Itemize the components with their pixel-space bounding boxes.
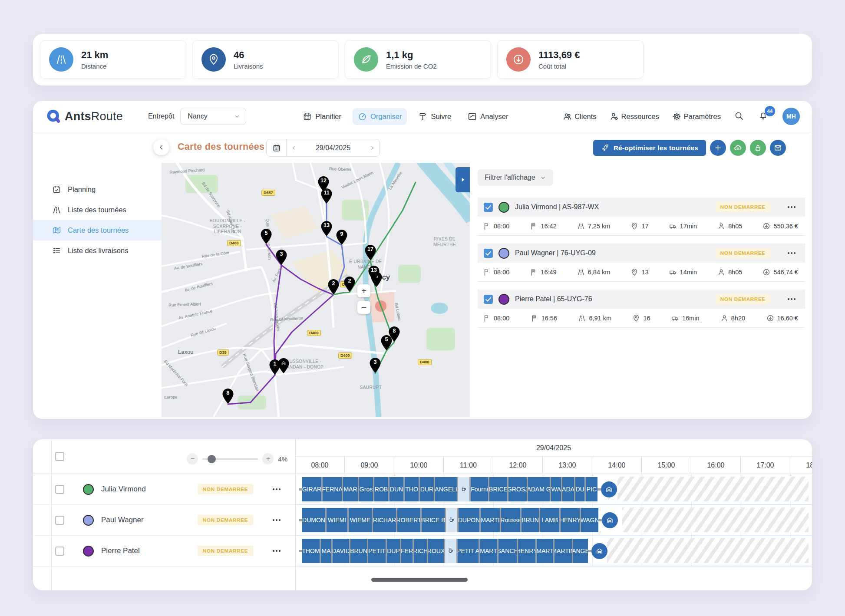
select-all-checkbox[interactable] [55, 452, 64, 461]
send-mail-button[interactable] [770, 140, 786, 156]
stop-block[interactable]: DUN [389, 477, 403, 501]
zoom-in-button[interactable]: + [357, 284, 370, 297]
route-checkbox[interactable] [484, 203, 493, 212]
stop-block[interactable] [445, 539, 456, 563]
zoom-slider-knob[interactable] [208, 455, 216, 463]
map-stop-marker[interactable]: 9 [336, 229, 348, 245]
calendar-button[interactable] [267, 139, 287, 156]
map-stop-marker[interactable]: 12 [318, 176, 330, 192]
nav-parametres[interactable]: Paramètres [672, 112, 721, 121]
map-stop-marker[interactable]: 2 [344, 276, 356, 292]
stop-block[interactable]: ANGE [573, 539, 588, 563]
stop-block[interactable]: ROB [374, 477, 388, 501]
stop-block[interactable]: BRUN [522, 508, 539, 532]
notifications-button[interactable]: 44 [758, 111, 769, 122]
search-button[interactable] [734, 111, 745, 122]
map-stop-marker[interactable]: 5 [381, 335, 393, 351]
stop-block[interactable]: BRICE B [422, 508, 445, 532]
zoom-in-button[interactable]: + [262, 453, 274, 464]
stop-block[interactable]: Gros [359, 477, 373, 501]
collapse-sidebar-button[interactable] [153, 139, 169, 155]
map-stop-marker[interactable]: 1 [269, 359, 281, 375]
map-viewport[interactable]: Raymond Pinchard Bd de Scarpone Rue Ober… [162, 163, 470, 417]
return-depot-icon[interactable] [591, 543, 607, 559]
nav-ressources[interactable]: Ressources [610, 112, 659, 121]
map-stop-marker[interactable]: 13 [321, 221, 333, 237]
stop-block[interactable]: DUP [387, 539, 400, 563]
stop-block[interactable]: HENRY [561, 508, 580, 532]
nav-planifier[interactable]: Planifier [297, 108, 347, 125]
nav-organiser[interactable]: Organiser [353, 108, 407, 125]
current-date[interactable]: 29/04/2025 [301, 139, 365, 156]
route-checkbox[interactable] [484, 249, 493, 258]
expand-panel-button[interactable] [456, 167, 470, 192]
return-depot-icon[interactable] [601, 481, 617, 497]
map-stop-marker[interactable]: 2 [328, 279, 340, 295]
stop-block[interactable]: FERNA [323, 477, 342, 501]
stop-block[interactable]: DUMON [302, 508, 325, 532]
stop-block[interactable]: GROSJ [508, 477, 527, 501]
stop-block[interactable]: RICHAR [373, 508, 396, 532]
avatar[interactable]: MH [782, 108, 800, 125]
stop-block[interactable]: LAMB [540, 508, 559, 532]
sidebar-item-liste-tournees[interactable]: Liste des tournées [33, 200, 162, 220]
stop-block[interactable] [446, 508, 457, 532]
warehouse-select[interactable]: Nancy [180, 108, 246, 125]
sidebar-item-carte-tournees[interactable]: Carte des tournées [33, 220, 162, 240]
stop-block[interactable]: PETIT [368, 539, 386, 563]
stop-block[interactable]: FER [401, 539, 413, 563]
stop-block[interactable]: BRUN [350, 539, 367, 563]
row-checkbox[interactable] [55, 485, 64, 494]
stop-block[interactable]: ADAM G [528, 477, 550, 501]
next-day-button[interactable] [365, 139, 380, 156]
stop-block[interactable]: ADA [562, 477, 574, 501]
stop-block[interactable]: THO [405, 477, 419, 501]
stop-block[interactable]: DU [575, 477, 584, 501]
stop-block[interactable]: Rousse [501, 508, 520, 532]
stop-block[interactable]: DUPON [459, 508, 479, 532]
stop-block[interactable]: MARTI [481, 508, 500, 532]
more-options-icon[interactable] [788, 298, 795, 300]
more-options-icon[interactable] [788, 206, 795, 208]
route-checkbox[interactable] [484, 295, 493, 304]
map-stop-marker[interactable]: 3 [276, 249, 287, 265]
nav-analyser[interactable]: Analyser [462, 108, 513, 125]
filter-display-button[interactable]: Filtrer l'affichage [478, 169, 553, 186]
zoom-out-button[interactable]: − [357, 301, 370, 314]
sidebar-item-liste-livraisons[interactable]: Liste des livraisons [33, 240, 162, 261]
stop-block[interactable]: ROBERT [397, 508, 420, 532]
stop-block[interactable]: PIC [586, 477, 597, 501]
stop-block[interactable]: ROUX [428, 539, 444, 563]
nav-clients[interactable]: Clients [563, 112, 596, 121]
stop-block[interactable]: DAVID [333, 539, 349, 563]
stop-block[interactable]: THOM [302, 539, 320, 563]
map-stop-marker[interactable]: 3 [370, 357, 381, 373]
map-stop-marker[interactable]: 13 [368, 265, 380, 281]
map-stop-marker[interactable]: 8 [222, 388, 234, 404]
stop-block[interactable]: WAGN [581, 508, 598, 532]
stop-block[interactable]: WA [551, 477, 561, 501]
stop-block[interactable]: HENRY [518, 539, 535, 563]
zoom-slider-track[interactable] [202, 458, 258, 460]
brand-logo[interactable]: AntsRoute [46, 109, 123, 124]
more-options-icon[interactable] [788, 252, 795, 254]
stop-block[interactable]: GIRAR [302, 477, 321, 501]
export-button[interactable] [730, 140, 746, 156]
stop-block[interactable]: BRICE [489, 477, 507, 501]
row-checkbox[interactable] [55, 516, 64, 525]
more-options-icon[interactable] [273, 488, 281, 490]
row-checkbox[interactable] [55, 547, 64, 556]
lock-button[interactable] [750, 140, 766, 156]
stop-block[interactable]: WIEMI [327, 508, 347, 532]
sidebar-item-planning[interactable]: Planning [33, 179, 162, 200]
horizontal-scrollbar[interactable] [371, 578, 468, 582]
stop-block[interactable]: MART [537, 539, 553, 563]
stop-block[interactable]: MARTIN [555, 539, 572, 563]
stop-block[interactable]: RICH [414, 539, 427, 563]
more-options-icon[interactable] [273, 519, 281, 521]
stop-block[interactable]: ANGELI [435, 477, 457, 501]
return-depot-icon[interactable] [602, 512, 618, 528]
add-button[interactable] [710, 140, 726, 156]
stop-block[interactable]: PETIT A [458, 539, 479, 563]
stop-block[interactable]: DUR [420, 477, 434, 501]
